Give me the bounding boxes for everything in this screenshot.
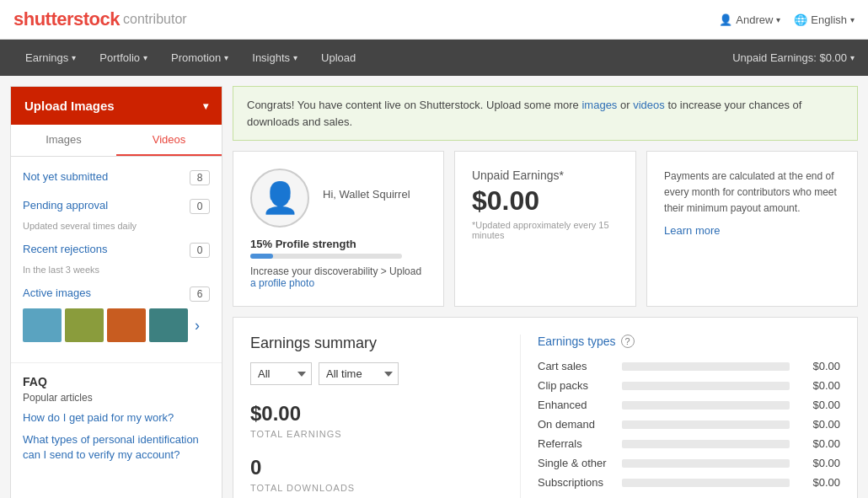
nav-portfolio[interactable]: Portfolio ▾ — [88, 40, 159, 76]
list-item: Recent rejections 0 — [11, 236, 222, 265]
earnings-bar-bg — [622, 382, 790, 390]
earnings-type-value: $0.00 — [798, 457, 840, 469]
active-images-label-row: Active images 6 — [23, 286, 210, 302]
faq-section: FAQ Popular articles How do I get paid f… — [11, 362, 222, 482]
nav-earnings-label: Earnings — [25, 51, 68, 64]
profile-action-label: Increase your discoverability > Upload — [250, 265, 421, 277]
earnings-types-header: Earnings types ? — [538, 335, 840, 348]
recent-rejections-link[interactable]: Recent rejections — [23, 243, 107, 255]
tab-images-label: Images — [46, 133, 82, 146]
active-images-section: Active images 6 › — [11, 280, 222, 349]
payments-text: Payments are calculated at the end of ev… — [664, 169, 840, 217]
top-bar: shutterstock contributor 👤 Andrew ▾ 🌐 En… — [0, 0, 868, 40]
profile-strength-bar-fill — [250, 254, 273, 259]
earnings-type-row: Referrals $0.00 — [538, 437, 840, 450]
alert-images-link[interactable]: images — [581, 99, 617, 111]
content-wrapper: Upload Images ▾ Images Videos Not yet su… — [0, 76, 868, 498]
nav-left: Earnings ▾ Portfolio ▾ Promotion ▾ Insig… — [13, 40, 367, 76]
profile-photo-link[interactable]: a profile photo — [250, 277, 314, 289]
language-menu[interactable]: 🌐 English ▾ — [794, 13, 855, 26]
not-submitted-link[interactable]: Not yet submitted — [23, 170, 108, 183]
earnings-type-value: $0.00 — [798, 437, 840, 450]
earnings-bar-bg — [622, 420, 790, 429]
earnings-type-row: Enhanced $0.00 — [538, 399, 840, 411]
alert-videos-link[interactable]: videos — [633, 99, 665, 111]
profile-info: 15% Profile strength Increase your disco… — [250, 238, 426, 289]
language-arrow: ▾ — [850, 15, 855, 24]
user-arrow: ▾ — [776, 15, 780, 24]
total-earnings-label: TOTAL EARNINGS — [250, 429, 520, 439]
earnings-type-label: Cart sales — [538, 360, 613, 372]
total-downloads-amount: 0 — [250, 456, 520, 479]
tab-images[interactable]: Images — [11, 125, 116, 156]
tab-videos[interactable]: Videos — [116, 125, 222, 156]
top-right-controls: 👤 Andrew ▾ 🌐 English ▾ — [719, 13, 855, 26]
upload-button[interactable]: Upload Images ▾ — [11, 87, 222, 125]
logo-shutterstock: shutterstock — [13, 8, 120, 30]
sidebar-items: Not yet submitted 8 Pending approval 0 U… — [11, 157, 222, 356]
filter-period-select[interactable]: All time This month Last month This year — [319, 362, 399, 385]
nav-unpaid-earnings[interactable]: Unpaid Earnings: $0.00 ▾ — [732, 51, 855, 64]
summary-title: Earnings summary — [250, 335, 520, 352]
earnings-bar-bg — [622, 440, 790, 448]
earnings-type-label: Subscriptions — [538, 476, 613, 489]
unpaid-earnings-note: *Updated approximately every 15 minutes — [472, 220, 619, 240]
globe-icon: 🌐 — [794, 13, 807, 26]
nav-insights[interactable]: Insights ▾ — [240, 40, 309, 76]
user-name: Andrew — [736, 13, 773, 26]
earnings-types-panel: Earnings types ? Cart sales $0.00 Clip p… — [520, 335, 840, 498]
faq-link-2[interactable]: What types of personal identification ca… — [23, 432, 210, 463]
earnings-type-value: $0.00 — [798, 476, 840, 489]
list-item: Pending approval 0 — [11, 192, 222, 221]
sidebar-tabs: Images Videos — [11, 125, 222, 157]
thumbnail-4 — [149, 308, 188, 342]
profile-strength-label: 15% Profile strength — [250, 238, 426, 250]
profile-action-text: Increase your discoverability > Upload a… — [250, 265, 426, 289]
filter-type-select[interactable]: All Images Videos — [250, 362, 312, 385]
unpaid-earnings-amount: $0.00 — [472, 185, 619, 217]
thumbnail-1 — [23, 308, 62, 342]
nav-promotion-label: Promotion — [171, 51, 221, 64]
language-label: English — [811, 13, 847, 26]
faq-link-1[interactable]: How do I get paid for my work? — [23, 410, 210, 426]
main-area: Congrats! You have content live on Shutt… — [233, 86, 858, 498]
thumbnail-3 — [107, 308, 146, 342]
nav-promotion[interactable]: Promotion ▾ — [159, 40, 240, 76]
unpaid-earnings-card: Unpaid Earnings* $0.00 *Updated approxim… — [454, 151, 636, 307]
avatar-icon: 👤 — [261, 180, 299, 216]
logo: shutterstock contributor — [13, 8, 187, 30]
learn-more-link[interactable]: Learn more — [664, 224, 840, 237]
active-images-link[interactable]: Active images — [23, 286, 91, 302]
profile-strength-bar-bg — [250, 254, 402, 259]
payments-card: Payments are calculated at the end of ev… — [646, 151, 858, 307]
earnings-type-label: On demand — [538, 418, 613, 431]
help-icon[interactable]: ? — [621, 335, 635, 348]
alert-text-1: Congrats! You have content live on Shutt… — [247, 99, 581, 111]
alert-banner: Congrats! You have content live on Shutt… — [233, 86, 858, 141]
earnings-type-label: Single & other — [538, 457, 613, 469]
not-submitted-count: 8 — [190, 170, 210, 185]
active-images-count: 6 — [190, 286, 210, 302]
nav-upload[interactable]: Upload — [309, 40, 367, 76]
logo-contributor: contributor — [123, 12, 187, 27]
user-icon: 👤 — [719, 13, 732, 26]
thumbnails-next-arrow[interactable]: › — [191, 317, 200, 335]
tab-videos-label: Videos — [153, 133, 186, 146]
nav-earnings[interactable]: Earnings ▾ — [13, 40, 88, 76]
earnings-type-row: Clip packs $0.00 — [538, 379, 840, 392]
avatar: 👤 — [250, 169, 309, 228]
total-earnings-amount: $0.00 — [250, 402, 520, 426]
pending-approval-link[interactable]: Pending approval — [23, 199, 108, 212]
nav-upload-label: Upload — [321, 51, 356, 64]
upload-button-arrow: ▾ — [203, 100, 208, 112]
alert-text-2: or — [620, 99, 633, 111]
user-menu[interactable]: 👤 Andrew ▾ — [719, 13, 780, 26]
earnings-type-label: Referrals — [538, 437, 613, 450]
earnings-bar-bg — [622, 459, 790, 468]
earnings-type-row: On demand $0.00 — [538, 418, 840, 431]
nav-insights-arrow: ▾ — [293, 53, 297, 62]
total-downloads-label: TOTAL DOWNLOADS — [250, 483, 520, 493]
recent-rejections-count: 0 — [190, 243, 210, 258]
image-thumbnails: › — [23, 308, 210, 342]
earnings-type-label: Clip packs — [538, 379, 613, 392]
